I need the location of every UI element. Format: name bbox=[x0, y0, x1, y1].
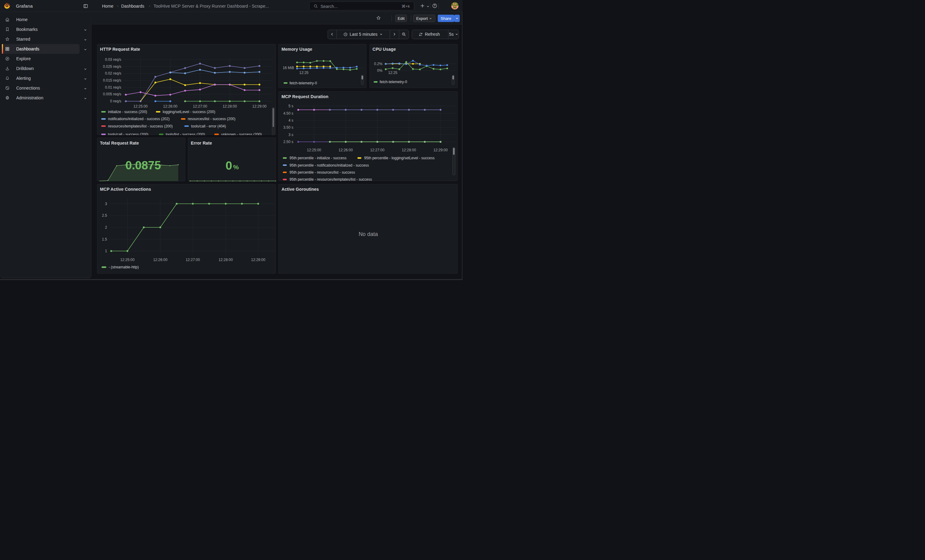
svg-text:12:28:00: 12:28:00 bbox=[218, 258, 233, 262]
svg-text:12:27:00: 12:27:00 bbox=[370, 148, 384, 152]
svg-text:0 req/s: 0 req/s bbox=[110, 99, 121, 103]
svg-text:0: 0 bbox=[226, 159, 232, 172]
svg-text:12:26:00: 12:26:00 bbox=[153, 258, 167, 262]
svg-text:resources/list - success (200): resources/list - success (200) bbox=[187, 117, 235, 121]
svg-text:95th percentile - notification: 95th percentile - notifications/initiali… bbox=[290, 163, 369, 167]
svg-text:12:28:00: 12:28:00 bbox=[222, 104, 237, 108]
svg-text:95th percentile - resources/li: 95th percentile - resources/list - succe… bbox=[290, 170, 355, 174]
svg-text:12:25: 12:25 bbox=[299, 71, 308, 75]
svg-text:12:25:00: 12:25:00 bbox=[307, 148, 321, 152]
svg-text:5 s: 5 s bbox=[288, 104, 293, 108]
svg-text:1.5: 1.5 bbox=[102, 237, 107, 241]
svg-text:12:25: 12:25 bbox=[388, 71, 397, 75]
svg-text:0.03 req/s: 0.03 req/s bbox=[105, 57, 121, 62]
svg-text:notifications/initialized - su: notifications/initialized - success (202… bbox=[108, 117, 169, 121]
svg-text:%: % bbox=[233, 164, 239, 171]
svg-text:12:27:00: 12:27:00 bbox=[185, 258, 200, 262]
svg-text:tools/list - success (200): tools/list - success (200) bbox=[166, 132, 205, 135]
svg-text:95th percentile - initialize -: 95th percentile - initialize - success bbox=[290, 156, 346, 160]
svg-text:12:29:00: 12:29:00 bbox=[434, 148, 448, 152]
svg-text:0.0875: 0.0875 bbox=[125, 159, 161, 172]
svg-text:tools/call - success (200): tools/call - success (200) bbox=[108, 132, 148, 135]
svg-text:0.01 req/s: 0.01 req/s bbox=[105, 85, 121, 89]
svg-text:2.5: 2.5 bbox=[102, 213, 107, 218]
svg-text:1: 1 bbox=[105, 249, 107, 253]
svg-text:3 s: 3 s bbox=[288, 132, 293, 137]
svg-text:fetch-telemetry-0: fetch-telemetry-0 bbox=[380, 80, 407, 84]
svg-text:3.50 s: 3.50 s bbox=[283, 125, 293, 130]
svg-text:16 MiB: 16 MiB bbox=[283, 65, 294, 70]
svg-text:12:29:00: 12:29:00 bbox=[251, 258, 265, 262]
svg-text:3: 3 bbox=[105, 201, 107, 206]
svg-text:No data: No data bbox=[359, 231, 378, 237]
svg-text:0%: 0% bbox=[377, 69, 383, 73]
svg-text:4 s: 4 s bbox=[288, 118, 293, 123]
svg-text:0.02 req/s: 0.02 req/s bbox=[105, 71, 121, 75]
svg-text:12:28:00: 12:28:00 bbox=[402, 148, 416, 152]
svg-text:12:29:00: 12:29:00 bbox=[252, 104, 267, 108]
svg-text:12:27:00: 12:27:00 bbox=[193, 104, 207, 108]
svg-text:tools/call - error (404): tools/call - error (404) bbox=[191, 124, 226, 128]
svg-text:- (streamable-http): - (streamable-http) bbox=[108, 265, 139, 269]
svg-text:12:26:00: 12:26:00 bbox=[163, 104, 178, 108]
svg-text:12:25:00: 12:25:00 bbox=[133, 104, 148, 108]
svg-text:4.50 s: 4.50 s bbox=[283, 111, 293, 115]
svg-text:initialize - success (200): initialize - success (200) bbox=[108, 110, 147, 114]
svg-text:2.50 s: 2.50 s bbox=[283, 140, 293, 144]
svg-text:12:26:00: 12:26:00 bbox=[339, 148, 353, 152]
svg-text:95th percentile - logging/setL: 95th percentile - logging/setLevel - suc… bbox=[364, 156, 435, 160]
svg-text:logging/setLevel - success (20: logging/setLevel - success (200) bbox=[163, 110, 215, 114]
svg-text:unknown - success (200): unknown - success (200) bbox=[221, 132, 262, 135]
svg-text:fetch-telemetry-0: fetch-telemetry-0 bbox=[290, 81, 317, 85]
svg-text:2: 2 bbox=[105, 225, 107, 230]
svg-text:95th percentile - resources/te: 95th percentile - resources/templates/li… bbox=[290, 177, 372, 181]
svg-text:12:25:00: 12:25:00 bbox=[120, 258, 135, 262]
svg-text:0.025 req/s: 0.025 req/s bbox=[103, 64, 121, 69]
svg-text:resources/templates/list - suc: resources/templates/list - success (200) bbox=[108, 124, 173, 128]
svg-text:0.015 req/s: 0.015 req/s bbox=[103, 78, 121, 83]
svg-text:0.2%: 0.2% bbox=[374, 62, 383, 66]
svg-text:0.005 req/s: 0.005 req/s bbox=[103, 92, 121, 96]
